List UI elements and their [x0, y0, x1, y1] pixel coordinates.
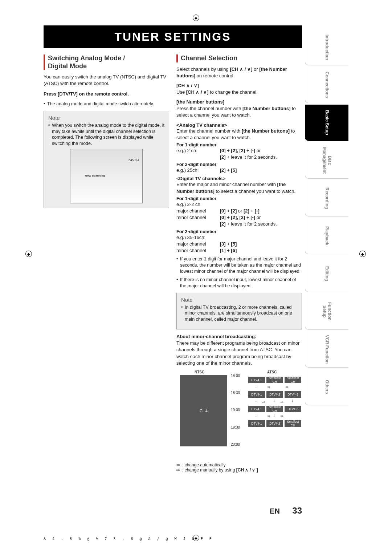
tab-introduction[interactable]: Introduction	[305, 29, 348, 65]
eg25ch: e.g.) 25ch: [2] + [5]	[176, 167, 302, 174]
d-eg22: e.g.) 2-2 ch:	[176, 201, 302, 208]
tab-playback[interactable]: Playback	[305, 218, 348, 254]
number-head: [the Number buttons]	[176, 99, 302, 105]
screen-dtv-label: DTV 2-1	[128, 159, 139, 162]
page-footer: EN 33	[44, 506, 302, 516]
arrow-auto-icon: ➡	[176, 462, 180, 467]
t: minor channel	[176, 247, 219, 254]
cell: DTV4-3	[285, 406, 301, 412]
t: : change manually by using	[182, 467, 236, 473]
cell: DTV4-1	[248, 406, 265, 412]
d-for2: For 2-digit number	[176, 229, 302, 234]
section-heading-channel: Channel Selection	[176, 54, 302, 62]
t: [CH ∧ / ∨]	[186, 89, 209, 95]
d-minor: minor channel [0] + [2], [2] + [-] or	[176, 214, 302, 221]
t: or	[238, 208, 242, 214]
switching-bullet: The analog mode and digital mode switch …	[44, 101, 169, 107]
footer-lang: EN	[270, 507, 280, 515]
t: or	[252, 66, 259, 72]
note-box-left: Note When you switch the analog mode to …	[44, 111, 169, 208]
tab-function-setup[interactable]: Function Setup	[305, 293, 348, 330]
time: 19:00	[231, 408, 245, 412]
cell: DTV4-1	[248, 391, 265, 398]
note-bullet-left: When you switch the analog mode to the d…	[48, 122, 164, 147]
arrow-manual-icon: ⇔	[267, 414, 270, 418]
mode-switch-screen: DTV 2-1 Now Scanning	[70, 149, 143, 203]
arrow-down-icon: ↓	[255, 413, 258, 417]
t: + leave it for 2 seconds.	[226, 154, 277, 160]
number-body: Press the channel number with [the Numbe…	[176, 105, 302, 118]
section-heading-switching: Switching Analog Mode / Digital Mode	[44, 54, 169, 70]
ch-body: Use [CH ∧ / ∨] to change the channel.	[176, 89, 302, 96]
arrow-down-icon: ↓	[291, 398, 295, 403]
time: 18:30	[231, 391, 245, 395]
digital-head: <Digital TV channels>	[176, 176, 302, 181]
about-head: About minor-channel broadcasting:	[176, 334, 302, 339]
t: + leave it for 2 seconds.	[226, 221, 277, 227]
cell: Smallest CH	[266, 406, 283, 412]
t: Press the channel number with	[176, 106, 242, 111]
t: to select a channel you want to watch.	[215, 189, 295, 194]
arrow-down-icon: ↓	[273, 398, 277, 403]
for1-analog: For 1-digit number	[176, 142, 302, 147]
tab-editing[interactable]: Editing	[305, 256, 348, 292]
digital-body: Enter the major and minor channel number…	[176, 181, 302, 194]
tab-vcr-function[interactable]: VCR Function	[305, 331, 348, 368]
heading-channel: Channel Selection	[181, 54, 302, 62]
t: [0] + [2]	[220, 208, 238, 214]
arrow-down-icon: ↓	[255, 398, 258, 403]
cell: Smallest CH	[266, 377, 283, 383]
channel-intro: Select channels by using [CH ∧ / ∨] or […	[176, 66, 302, 79]
t: Select channels by using	[176, 66, 230, 72]
switching-paragraph: You can easily switch the analog TV (NTS…	[44, 74, 169, 87]
registration-mark-icon	[25, 251, 32, 257]
t: major channel	[176, 241, 219, 247]
ntsc-block: CH4	[180, 375, 227, 446]
arrow-manual-icon: ⇔	[280, 400, 283, 405]
t: Enter the major and minor channel number…	[176, 182, 277, 187]
d-for1: For 1-digit number	[176, 196, 302, 201]
t: Use	[176, 89, 186, 95]
press-dtv-instruction: Press [DTV/TV] on the remote control.	[44, 91, 169, 97]
tab-basic-setup[interactable]: Basic Setup	[305, 105, 348, 141]
t: minor channel	[176, 214, 219, 221]
digital-bullet-b: If there is no minor channel input, lowe…	[176, 277, 302, 289]
t: e.g.) 2 ch:	[176, 147, 219, 154]
tab-others[interactable]: Others	[305, 369, 348, 405]
left-column: Switching Analog Mode / Digital Mode You…	[44, 54, 169, 473]
tab-recording[interactable]: Recording	[305, 180, 348, 216]
tab-disc-management[interactable]: Disc Management	[305, 142, 348, 179]
digital-bullet-a: If you enter 1 digit for major channel a…	[176, 256, 302, 275]
t: e.g.) 25ch:	[176, 167, 219, 174]
analog-body: Enter the channel number with [the Numbe…	[176, 128, 302, 141]
arrow-manual-icon: ⇔	[262, 400, 265, 405]
time: 18:00	[231, 374, 245, 378]
tab-connections[interactable]: Connections	[305, 67, 348, 103]
t: or	[257, 148, 261, 153]
arrow-manual-icon: ⇔	[267, 385, 270, 389]
cell: DTV4-2	[266, 420, 283, 427]
t: Enter the channel number with	[176, 128, 242, 134]
screen-scanning-label: Now Scanning	[85, 174, 105, 177]
cell: Smallest CH	[285, 420, 301, 427]
t: or	[257, 215, 261, 220]
arrow-manual-icon: ⇔	[285, 385, 289, 389]
footer-page: 33	[292, 506, 302, 516]
t: major channel	[176, 208, 219, 214]
d-major: major channel [0] + [2] or [2] + [-]	[176, 208, 302, 214]
about-body: There may be different programs being br…	[176, 340, 302, 366]
t: to change the channel.	[209, 89, 258, 95]
right-column: Channel Selection Select channels by usi…	[176, 54, 302, 473]
t: [2] + [-]	[242, 208, 259, 214]
t: [2]	[220, 221, 226, 227]
ch-head: [CH ∧ / ∨]	[176, 83, 302, 88]
t: [the Number buttons]	[242, 106, 290, 111]
arrow-down-icon: ↓	[255, 384, 258, 388]
d2-major: major channel [3] + [5]	[176, 241, 302, 247]
t: [1] + [6]	[220, 248, 237, 253]
t: [3] + [5]	[220, 241, 237, 247]
ntsc-label: NTSC	[195, 370, 204, 374]
analog-head: <Analog TV channels>	[176, 122, 302, 128]
printer-slug-line: & 4 , 6 % @ % 7 3 , 6 @ & / @ W J O E E	[44, 537, 214, 541]
d2-minor: minor channel [1] + [6]	[176, 247, 302, 254]
